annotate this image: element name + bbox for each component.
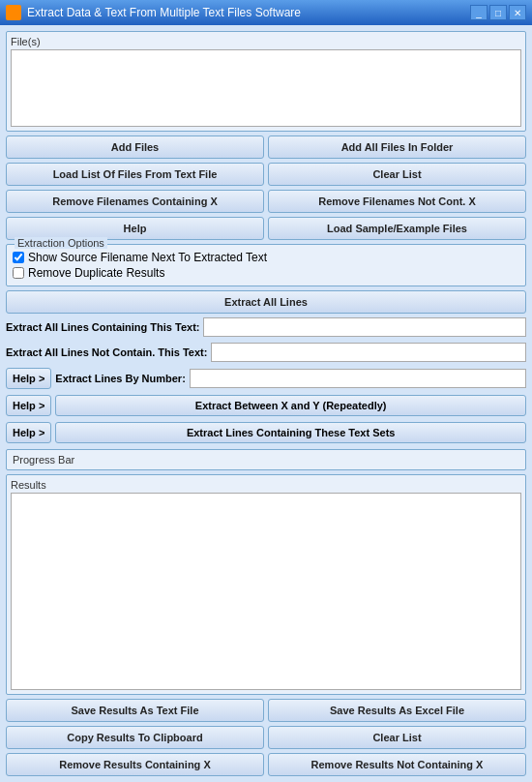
extract-between-xy-row: Help > Extract Between X and Y (Repeated… (6, 395, 526, 416)
extract-lines-by-number-row: Help > Extract Lines By Number: (6, 368, 526, 389)
remove-duplicate-row: Remove Duplicate Results (13, 266, 519, 280)
progress-bar-group: Progress Bar (6, 449, 526, 470)
title-bar-buttons: _ □ ✕ (470, 5, 526, 20)
remove-filenames-containing-button[interactable]: Remove Filenames Containing X (6, 190, 264, 213)
extract-lines-containing-input[interactable] (203, 317, 526, 337)
save-results-excel-file-button[interactable]: Save Results As Excel File (268, 699, 526, 722)
extract-lines-not-containing-input[interactable] (211, 343, 526, 362)
remove-duplicate-label: Remove Duplicate Results (28, 266, 164, 280)
help-button-2[interactable]: Help > (6, 368, 51, 389)
results-label: Results (11, 479, 521, 491)
title-bar-text: Extract Data & Text From Multiple Text F… (27, 6, 470, 19)
show-source-filename-checkbox[interactable] (13, 252, 24, 263)
remove-filenames-row: Remove Filenames Containing X Remove Fil… (6, 190, 526, 213)
extract-lines-by-number-input[interactable] (190, 369, 526, 388)
clear-list-button-2[interactable]: Clear List (268, 726, 526, 749)
clear-list-button-1[interactable]: Clear List (268, 163, 526, 186)
extract-lines-text-sets-row: Help > Extract Lines Containing These Te… (6, 422, 526, 443)
minimize-button[interactable]: _ (470, 5, 488, 20)
extraction-options-group: Extraction Options Show Source Filename … (6, 244, 526, 286)
add-all-files-in-folder-button[interactable]: Add All Files In Folder (268, 135, 526, 159)
remove-filenames-not-containing-button[interactable]: Remove Filenames Not Cont. X (268, 190, 526, 213)
save-results-text-file-button[interactable]: Save Results As Text File (6, 699, 264, 722)
remove-duplicate-checkbox[interactable] (13, 267, 24, 279)
copy-clear-row: Copy Results To Clipboard Clear List (6, 726, 526, 749)
add-files-row: Add Files Add All Files In Folder (6, 135, 526, 159)
load-clear-row: Load List Of Files From Text File Clear … (6, 163, 526, 186)
main-container: File(s) Add Files Add All Files In Folde… (0, 25, 532, 782)
close-button[interactable]: ✕ (509, 5, 526, 20)
load-sample-files-button[interactable]: Load Sample/Example Files (268, 217, 526, 240)
extraction-options-label: Extraction Options (15, 237, 107, 249)
app-icon (6, 5, 21, 20)
help-button-4[interactable]: Help > (6, 422, 51, 443)
results-listbox[interactable] (11, 493, 521, 690)
extract-lines-not-containing-label: Extract All Lines Not Contain. This Text… (6, 346, 207, 358)
extract-between-xy-button[interactable]: Extract Between X and Y (Repeatedly) (55, 395, 526, 416)
extract-lines-containing-row: Extract All Lines Containing This Text: (6, 317, 526, 337)
remove-results-containing-button[interactable]: Remove Results Containing X (6, 753, 264, 776)
files-group: File(s) (6, 31, 526, 132)
add-files-button[interactable]: Add Files (6, 135, 264, 159)
copy-results-clipboard-button[interactable]: Copy Results To Clipboard (6, 726, 264, 749)
load-list-from-text-file-button[interactable]: Load List Of Files From Text File (6, 163, 264, 186)
extract-lines-containing-label: Extract All Lines Containing This Text: (6, 321, 199, 333)
files-group-label: File(s) (11, 36, 521, 47)
maximize-button[interactable]: □ (489, 5, 507, 20)
save-results-row: Save Results As Text File Save Results A… (6, 699, 526, 722)
results-group: Results (6, 474, 526, 695)
extract-lines-by-number-label: Extract Lines By Number: (55, 373, 185, 384)
extract-all-lines-button[interactable]: Extract All Lines (6, 290, 526, 314)
help-button-3[interactable]: Help > (6, 395, 51, 416)
show-source-filename-label: Show Source Filename Next To Extracted T… (28, 251, 267, 264)
title-bar: Extract Data & Text From Multiple Text F… (0, 0, 532, 25)
extract-lines-not-containing-row: Extract All Lines Not Contain. This Text… (6, 343, 526, 362)
progress-bar-label: Progress Bar (13, 454, 74, 466)
remove-results-not-containing-button[interactable]: Remove Results Not Containing X (268, 753, 526, 776)
extract-lines-text-sets-button[interactable]: Extract Lines Containing These Text Sets (55, 422, 526, 443)
show-source-filename-row: Show Source Filename Next To Extracted T… (13, 251, 519, 264)
remove-results-row: Remove Results Containing X Remove Resul… (6, 753, 526, 776)
files-listbox[interactable] (11, 49, 521, 127)
